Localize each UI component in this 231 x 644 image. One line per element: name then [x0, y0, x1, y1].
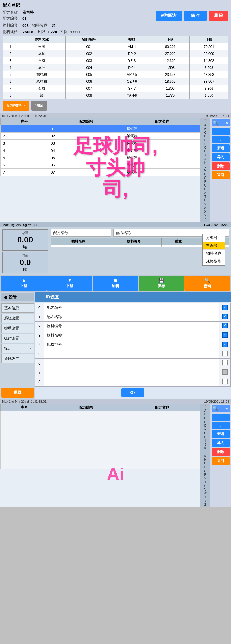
- bottom-close-icon[interactable]: ✕: [225, 406, 229, 411]
- settings-calibrate[interactable]: 标定 ›: [1, 344, 34, 353]
- scroll-up-button[interactable]: ↑: [212, 128, 230, 135]
- list-item[interactable]: 6 06 兔饲料: [1, 161, 200, 169]
- alpha-letter[interactable]: P: [204, 465, 206, 469]
- settings-system[interactable]: 系统设置: [1, 314, 34, 323]
- id-row-check[interactable]: [219, 331, 231, 340]
- alpha-letter[interactable]: V: [204, 488, 206, 492]
- save-button[interactable]: 保 存: [184, 11, 207, 21]
- alpha-letter[interactable]: G: [204, 146, 206, 150]
- alpha-letter[interactable]: F: [204, 428, 206, 431]
- checkbox-checked[interactable]: [222, 332, 228, 338]
- material-row[interactable]: 7 石粉 007 SF-7 1.306 3.306: [3, 85, 228, 92]
- id-row-check[interactable]: [219, 312, 231, 321]
- alpha-letter[interactable]: T: [204, 480, 206, 484]
- alpha-letter[interactable]: C: [204, 416, 206, 420]
- alpha-letter[interactable]: E: [204, 424, 206, 428]
- settings-back-button[interactable]: 返回: [1, 388, 34, 398]
- id-row-check[interactable]: [219, 303, 231, 312]
- settings-weight[interactable]: 称重设置: [1, 324, 34, 333]
- id-row-check[interactable]: [219, 377, 231, 386]
- alpha-letter[interactable]: G: [204, 431, 206, 435]
- alpha-letter[interactable]: A: [204, 409, 206, 413]
- close-icon[interactable]: ✕: [225, 120, 229, 126]
- alpha-letter[interactable]: R: [204, 187, 206, 191]
- settings-comm[interactable]: 通讯设置: [1, 354, 34, 363]
- bottom-new-button[interactable]: 新增: [212, 430, 230, 438]
- id-row-check[interactable]: [219, 349, 231, 358]
- alpha-letter[interactable]: S: [204, 476, 206, 480]
- material-row[interactable]: 6 菜籽粕 006 CZP-6 18.507 38.507: [3, 78, 228, 85]
- scroll-down-button[interactable]: ↓: [212, 136, 230, 143]
- alpha-letter[interactable]: B: [204, 413, 206, 416]
- settings-basic-info[interactable]: 基本信息: [1, 303, 34, 313]
- alpha-letter[interactable]: V: [204, 202, 206, 206]
- alpha-letter[interactable]: Z: [204, 217, 206, 221]
- alpha-letter[interactable]: D: [204, 135, 206, 138]
- bottom-delete-button[interactable]: 删除: [212, 448, 230, 456]
- checkbox-unchecked[interactable]: [222, 360, 228, 365]
- alpha-letter[interactable]: Y: [204, 499, 206, 503]
- new-formula-button[interactable]: 新增配方: [156, 11, 182, 21]
- bottom-import-button[interactable]: 导入: [212, 439, 230, 447]
- new-material-button[interactable]: 新增物料→: [3, 101, 29, 111]
- alpha-letter[interactable]: I: [205, 439, 206, 443]
- alpha-letter[interactable]: X: [204, 210, 206, 214]
- alpha-letter[interactable]: K: [204, 161, 206, 165]
- alpha-letter[interactable]: T: [204, 195, 206, 198]
- alpha-letter[interactable]: Y: [204, 214, 206, 217]
- delete-item-button[interactable]: 删除: [212, 162, 230, 170]
- delete-button[interactable]: 删 除: [209, 11, 228, 21]
- alpha-letter[interactable]: N: [204, 172, 206, 176]
- alpha-letter[interactable]: P: [204, 180, 206, 183]
- alpha-letter[interactable]: H: [204, 435, 206, 439]
- alpha-letter[interactable]: B: [204, 127, 206, 131]
- checkbox-checked[interactable]: [222, 305, 228, 310]
- list-item[interactable]: 7 07 鼠饲料: [1, 169, 200, 176]
- alpha-letter[interactable]: W: [204, 206, 206, 210]
- alpha-letter[interactable]: A: [204, 123, 206, 127]
- alpha-letter[interactable]: L: [204, 450, 206, 454]
- alpha-letter[interactable]: O: [204, 176, 206, 180]
- bottom-back-button[interactable]: 返回: [212, 457, 230, 465]
- alpha-letter[interactable]: L: [204, 165, 206, 168]
- material-row[interactable]: 2 豆粕 002 DP-2 27.009 29.009: [3, 50, 228, 57]
- new-item-button[interactable]: 新增: [212, 144, 230, 152]
- alpha-letter[interactable]: I: [205, 153, 206, 157]
- bottom-scroll-up-button[interactable]: ↑: [212, 414, 230, 421]
- bottom-scroll-down-button[interactable]: ↓: [212, 422, 230, 429]
- alpha-letter[interactable]: R: [204, 473, 206, 476]
- alpha-letter[interactable]: U: [204, 198, 206, 202]
- alpha-letter[interactable]: Q: [204, 469, 206, 473]
- list-item[interactable]: 5 05 马饲料: [1, 154, 200, 161]
- list-item[interactable]: 2 02 羊饲料: [1, 133, 200, 140]
- alpha-letter[interactable]: W: [204, 492, 206, 495]
- list-item[interactable]: 3 03 狗饲料: [1, 140, 200, 147]
- material-row[interactable]: 3 鱼粉 003 YF-3 12.302 14.302: [3, 57, 228, 64]
- alpha-letter[interactable]: *: [205, 404, 206, 409]
- menu-item-spec[interactable]: 规格型号: [203, 257, 225, 265]
- alpha-letter[interactable]: N: [204, 458, 206, 461]
- alpha-letter[interactable]: K: [204, 446, 206, 450]
- prev-button[interactable]: ▲ 上翻: [1, 276, 47, 291]
- clear-button[interactable]: 清除: [31, 101, 47, 111]
- list-item[interactable]: 1 01 猪饲料: [1, 125, 200, 133]
- alpha-letter[interactable]: Q: [204, 183, 206, 187]
- alpha-letter[interactable]: H: [204, 150, 206, 153]
- weigh-save-button[interactable]: 💾 保存: [139, 276, 184, 291]
- back-button[interactable]: 返回: [212, 171, 230, 179]
- query-button[interactable]: 🔍 查询: [184, 276, 230, 291]
- checkbox-checked[interactable]: [222, 323, 228, 328]
- id-settings-ok-button[interactable]: Ok: [121, 388, 144, 397]
- alpha-letter[interactable]: J: [205, 157, 206, 161]
- next-button[interactable]: ▼ 下翻: [47, 276, 93, 291]
- menu-item-material-name[interactable]: 物料名称: [203, 250, 225, 257]
- import-button[interactable]: 导入: [212, 153, 230, 161]
- add-material-button[interactable]: ⊕ 加料: [93, 276, 138, 291]
- material-row[interactable]: 8 盐 008 YAN-8 1.770 1.550: [3, 92, 228, 99]
- id-row-check[interactable]: [219, 368, 231, 377]
- settings-operation[interactable]: 操作设置 ›: [1, 334, 34, 343]
- checkbox-unchecked[interactable]: [222, 351, 228, 356]
- checkbox-unchecked[interactable]: [222, 379, 228, 384]
- id-settings-back-button[interactable]: ←: [38, 294, 44, 300]
- alpha-letter[interactable]: *: [205, 119, 206, 123]
